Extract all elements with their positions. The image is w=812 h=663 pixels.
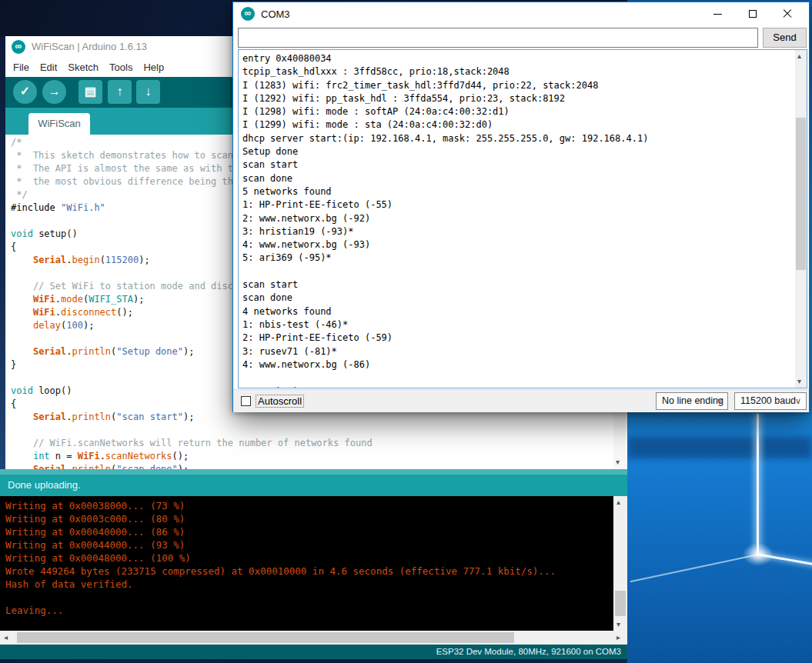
code-line: // WiFi.scanNetworks will return the num… — [11, 437, 613, 450]
chevron-down-icon: ∨ — [717, 393, 723, 409]
baud-rate-dropdown[interactable]: 115200 baud ∨ — [734, 392, 807, 410]
upload-progress-strip — [0, 469, 627, 475]
code-line — [11, 424, 613, 437]
ide-window-title: WiFiScan | Arduino 1.6.13 — [32, 41, 147, 52]
arduino-logo-icon: ∞ — [12, 40, 25, 54]
close-icon — [783, 9, 792, 18]
serial-monitor-title: COM3 — [261, 8, 290, 20]
serial-monitor-bottombar: Autoscroll No line ending ∨ 115200 baud … — [233, 389, 809, 412]
save-button[interactable]: ↓ — [136, 80, 160, 104]
send-button[interactable]: Send — [763, 28, 807, 48]
minimize-icon — [713, 14, 722, 15]
desktop-edge-strip — [0, 36, 5, 469]
minimize-button[interactable] — [700, 2, 735, 25]
serial-scrollbar-thumb[interactable] — [796, 118, 806, 270]
upload-button[interactable]: → — [42, 80, 66, 104]
console-horizontal-scrollbar[interactable]: ◂ ▸ — [0, 631, 627, 645]
desktop: ∞ WiFiScan | Arduino 1.6.13 FileEditSket… — [0, 0, 812, 663]
serial-send-input[interactable] — [238, 28, 758, 48]
scroll-down-icon[interactable]: ▾ — [617, 621, 620, 628]
arduino-logo-icon: ∞ — [241, 7, 255, 21]
console-output-text: Writing at 0x00038000... (73 %) Writing … — [5, 499, 606, 617]
serial-vertical-scrollbar[interactable]: ▴ ▾ — [795, 50, 807, 388]
console-vertical-scrollbar[interactable]: ▴ ▾ — [613, 496, 627, 631]
tab-wifiscan[interactable]: WiFiScan — [28, 113, 90, 135]
autoscroll-label[interactable]: Autoscroll — [256, 395, 303, 407]
windows-logo-floor-beam-left — [630, 554, 759, 582]
scroll-up-icon[interactable]: ▴ — [797, 52, 801, 60]
line-ending-value: No line ending — [662, 395, 723, 406]
chevron-down-icon: ∨ — [795, 393, 801, 409]
upload-status-message: Done uploading. — [0, 475, 627, 496]
caption-buttons — [700, 2, 804, 25]
serial-output-text: entry 0x40080034 tcpip_task_hdlxxx : 3ff… — [239, 51, 791, 388]
serial-monitor-titlebar[interactable]: ∞ COM3 — [233, 2, 809, 25]
wallpaper-dark-band — [627, 437, 812, 458]
windows-logo-glow-spot — [743, 543, 774, 566]
board-status-bar: ESP32 Dev Module, 80MHz, 921600 on COM3 — [0, 645, 627, 659]
code-line: Serial.println("scan done"); — [11, 463, 613, 469]
scroll-left-icon[interactable]: ◂ — [4, 634, 8, 641]
serial-output-area[interactable]: entry 0x40080034 tcpip_task_hdlxxx : 3ff… — [238, 49, 807, 388]
verify-button[interactable]: ✓ — [13, 80, 37, 104]
menu-tools[interactable]: Tools — [109, 58, 132, 77]
serial-monitor-window: ∞ COM3 Send entry 0x40080034 tcpip_task_… — [232, 2, 810, 412]
horizontal-scrollbar-thumb[interactable] — [17, 632, 514, 643]
menu-sketch[interactable]: Sketch — [68, 58, 99, 77]
menu-help[interactable]: Help — [143, 58, 164, 77]
scroll-down-icon[interactable]: ▾ — [616, 458, 620, 466]
baud-rate-value: 115200 baud — [740, 395, 796, 406]
new-sketch-button[interactable]: ▤ — [79, 80, 102, 104]
scroll-right-icon[interactable]: ▸ — [617, 634, 620, 641]
ide-console: Writing at 0x00038000... (73 %) Writing … — [0, 496, 627, 631]
line-ending-dropdown[interactable]: No line ending ∨ — [656, 392, 728, 410]
code-line: int n = WiFi.scanNetworks(); — [11, 450, 613, 463]
code-line: Serial.println("scan start"); — [11, 411, 613, 424]
windows-logo-vertical-beam — [757, 414, 759, 555]
scroll-down-icon[interactable]: ▾ — [797, 378, 801, 385]
menu-edit[interactable]: Edit — [40, 58, 57, 77]
console-scrollbar-thumb[interactable] — [615, 591, 626, 616]
open-button[interactable]: ↑ — [108, 80, 132, 104]
autoscroll-checkbox[interactable] — [241, 396, 251, 406]
maximize-button[interactable] — [735, 2, 770, 25]
maximize-icon — [749, 10, 757, 18]
close-button[interactable] — [770, 2, 804, 25]
scroll-up-icon[interactable]: ▴ — [617, 498, 620, 506]
menu-file[interactable]: File — [13, 58, 29, 77]
